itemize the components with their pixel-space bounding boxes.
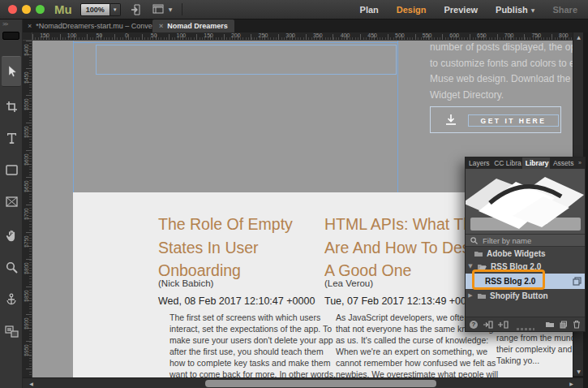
tool-selection[interactable] xyxy=(2,56,21,87)
article-body[interactable]: range from the mundanetheir complexity a… xyxy=(496,332,573,366)
tree-item-adobe-widgets[interactable]: Adobe Widgets xyxy=(466,247,585,260)
hero-excerpt-text[interactable]: number of posts displayed, the option to… xyxy=(430,41,573,103)
tree-item-shopify-button[interactable]: ▶ Shopify Button xyxy=(466,289,585,302)
panel-tab-assets[interactable]: Assets xyxy=(550,157,575,169)
page-properties-icon[interactable] xyxy=(131,4,143,15)
scroll-right-arrow[interactable]: ▶ xyxy=(566,378,577,388)
tool-text[interactable] xyxy=(2,128,21,148)
minimize-window-button[interactable] xyxy=(22,5,31,14)
tree-item-label: RSS Blog 2.0 xyxy=(485,277,535,286)
tree-item-rss-blog-folder[interactable]: ▼ RSS Blog 2.0 xyxy=(466,260,585,273)
view-options-icon[interactable]: ▼ xyxy=(152,4,173,15)
publish-caret-icon: ▼ xyxy=(531,7,535,13)
folder-icon xyxy=(474,250,483,257)
panel-tab-layers[interactable]: Layers xyxy=(466,157,491,169)
article-title[interactable]: The Role Of EmptyStates In UserOnboardin… xyxy=(158,213,293,282)
selected-widget-frame[interactable] xyxy=(96,45,397,75)
ruler-label: 5950 xyxy=(24,338,29,363)
ruler-label: 5750 xyxy=(24,229,29,253)
article-author[interactable]: (Lea Verou) xyxy=(324,278,373,288)
scroll-up-arrow[interactable]: ▲ xyxy=(573,32,584,41)
tab-label: Nomad Dreamers xyxy=(167,22,228,30)
ruler-label: 100 xyxy=(67,32,77,38)
zoom-window-button[interactable] xyxy=(36,5,45,14)
tab-nomaddreamers-start[interactable]: × *NomadDreamers-start.mu – Converted xyxy=(21,19,171,32)
horizontal-scroll-thumb[interactable] xyxy=(205,380,436,387)
tree-item-label: RSS Blog 2.0 xyxy=(491,262,541,271)
menu-publish[interactable]: Publish▼ xyxy=(496,5,534,15)
ruler-label: 5800 xyxy=(24,257,29,281)
folder-open-icon xyxy=(477,263,487,270)
window-controls xyxy=(8,5,45,14)
selection-guide-horizontal xyxy=(73,42,397,43)
horizontal-scrollbar[interactable]: ◀ ▶ xyxy=(23,377,583,388)
horizontal-ruler: 1501005005010015020025030035040045050055… xyxy=(32,32,573,41)
tool-widget-states[interactable] xyxy=(2,321,21,341)
toolbar-expand-icon[interactable]: >> xyxy=(2,21,7,27)
tree-item-rss-blog-selected[interactable]: RSS Blog 2.0 xyxy=(466,274,585,289)
scroll-left-arrow[interactable]: ◀ xyxy=(26,378,36,388)
disclosure-open-icon[interactable]: ▼ xyxy=(467,263,474,269)
tool-hand[interactable] xyxy=(2,226,21,245)
ruler-label: 250 xyxy=(259,32,268,38)
tab-close-icon[interactable]: × xyxy=(159,22,163,30)
panel-overflow-icon[interactable]: » xyxy=(575,157,585,169)
panel-tab-library[interactable]: Library xyxy=(522,157,550,169)
close-window-button[interactable] xyxy=(8,5,17,14)
new-folder-icon[interactable] xyxy=(545,321,555,328)
zoom-level-control: 100% ▼ xyxy=(80,3,121,16)
selection-arrow-icon xyxy=(6,65,17,78)
filter-input[interactable] xyxy=(481,235,570,246)
article-body[interactable]: The first set of screens with which user… xyxy=(158,312,336,377)
zoom-level-dropdown-button[interactable]: ▼ xyxy=(110,3,121,16)
download-icon xyxy=(444,114,458,130)
ruler-label: 5900 xyxy=(24,311,29,335)
panel-tab-cc-libraries[interactable]: CC Libra xyxy=(491,157,522,169)
panel-resize-grip[interactable] xyxy=(517,328,534,330)
duplicate-item-icon[interactable] xyxy=(573,277,582,286)
disclosure-closed-icon[interactable]: ▶ xyxy=(467,292,474,299)
ruler-label: 5850 xyxy=(24,284,29,308)
ruler-label: 800 xyxy=(559,32,569,38)
article-date[interactable]: Wed, 08 Feb 2017 12:10:47 +0000 xyxy=(158,295,315,307)
library-panel: Layers CC Libra Library Assets » xyxy=(465,157,586,332)
tool-crop[interactable] xyxy=(2,97,21,116)
ruler-label: 0 xyxy=(125,32,128,38)
ruler-label: 300 xyxy=(285,32,295,38)
tab-close-icon[interactable]: × xyxy=(28,22,32,30)
ruler-label: 700 xyxy=(504,32,514,38)
menu-plan[interactable]: Plan xyxy=(360,5,379,15)
document-tabbar: × *NomadDreamers-start.mu – Converted × … xyxy=(0,19,588,32)
tree-item-label: Adobe Widgets xyxy=(487,249,546,258)
get-it-here-button[interactable]: GET IT HERE xyxy=(430,106,561,133)
filter-field[interactable] xyxy=(466,234,585,247)
scrollbar-corner xyxy=(583,377,588,388)
ruler-label: 650 xyxy=(477,32,487,38)
add-item-icon[interactable] xyxy=(498,321,509,329)
menu-preview[interactable]: Preview xyxy=(444,5,478,15)
muse-logo: Mu xyxy=(54,2,72,16)
ruler-label: 350 xyxy=(313,32,323,38)
delete-item-icon[interactable] xyxy=(573,320,581,329)
article-date[interactable]: Tue, 07 Feb 2017 12:13:49 +0000 xyxy=(324,295,478,307)
scroll-down-arrow[interactable]: ▼ xyxy=(573,367,584,376)
place-item-icon[interactable] xyxy=(483,321,493,329)
folder-icon xyxy=(477,292,487,300)
fill-swatch[interactable] xyxy=(2,32,19,40)
tool-zoom[interactable] xyxy=(2,257,21,277)
help-icon[interactable]: ? xyxy=(470,321,478,329)
search-icon xyxy=(470,237,478,244)
menu-design[interactable]: Design xyxy=(397,5,427,15)
tool-rectangle[interactable] xyxy=(2,160,21,179)
menu-publish-label: Publish xyxy=(496,5,528,15)
tool-rectangle-frame[interactable] xyxy=(2,192,21,211)
article-author[interactable]: (Nick Babich) xyxy=(158,278,213,288)
ruler-label: 5550 xyxy=(24,120,29,144)
tab-nomad-dreamers[interactable]: × Nomad Dreamers xyxy=(152,19,234,32)
tab-label: *NomadDreamers-start.mu – Converted xyxy=(36,22,165,30)
tool-anchor[interactable] xyxy=(2,289,21,308)
get-it-here-label: GET IT HERE xyxy=(468,114,559,127)
ruler-label: 50 xyxy=(151,32,157,38)
zoom-level-field[interactable]: 100% xyxy=(80,3,110,16)
new-library-item-icon[interactable] xyxy=(560,321,568,329)
